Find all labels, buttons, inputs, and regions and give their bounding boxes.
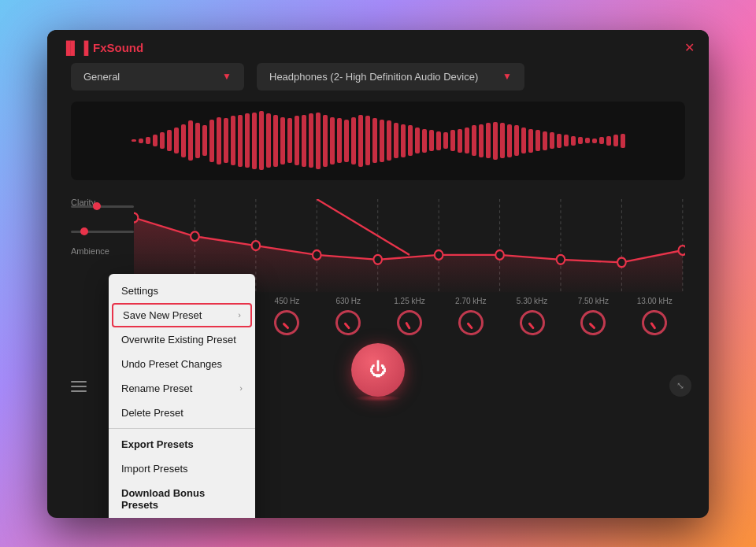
visualizer-bar [153, 135, 158, 146]
device-dropdown[interactable]: Headphones (2- High Definition Audio Dev… [257, 63, 524, 91]
visualizer-bar [132, 139, 136, 142]
visualizer-bar [465, 128, 469, 154]
menu-item-label: Save New Preset [123, 309, 202, 321]
eq-freq-label: 2.70 kHz [440, 297, 502, 305]
power-button[interactable]: ⏻ [351, 343, 405, 397]
visualizer-bar [528, 129, 533, 153]
menu-item-arrow: › [239, 383, 243, 393]
visualizer-bar [209, 120, 214, 162]
logo-text: FxSound [93, 41, 143, 54]
menu-item-label: Export Presets [121, 438, 194, 450]
visualizer-bar [458, 129, 462, 153]
visualizer-bar [266, 113, 271, 168]
resize-button[interactable]: ⤡ [669, 375, 691, 397]
clarity-thumb [93, 202, 101, 210]
preset-dropdown-value: General [83, 71, 120, 83]
visualizer-bar [557, 134, 561, 148]
menu-item[interactable]: Settings [109, 279, 255, 303]
visualizer-bar [599, 137, 604, 145]
close-button[interactable]: ✕ [684, 42, 695, 54]
visualizer-bar [380, 120, 384, 162]
app-window: ▐▌▐ FxSound ✕ General ▼ Headphones (2- H… [47, 30, 709, 518]
ambience-slider[interactable] [71, 231, 134, 233]
visualizer-bar [280, 117, 285, 164]
eq-knob[interactable] [641, 309, 669, 336]
preset-dropdown-arrow: ▼ [222, 71, 232, 82]
visualizer-bar [429, 130, 434, 150]
visualizer-bar [394, 123, 398, 159]
visualizer-bar [188, 120, 193, 160]
visualizer-bar [351, 117, 356, 164]
visualizer-bar [259, 111, 264, 169]
power-icon: ⏻ [369, 361, 387, 379]
visualizer-bar [514, 125, 519, 155]
svg-point-12 [252, 241, 261, 250]
visualizer-bar [309, 113, 313, 168]
visualizer-bar [479, 124, 484, 157]
visualizer-bar [217, 117, 221, 164]
menu-item-label: Download Bonus Presets [121, 487, 243, 511]
logo-icon: ▐▌▐ [61, 41, 88, 55]
svg-point-18 [617, 257, 626, 267]
svg-point-11 [191, 231, 199, 241]
eq-knob[interactable] [334, 308, 363, 337]
clarity-slider[interactable] [71, 205, 134, 208]
visualizer-bar [195, 123, 200, 159]
visualizer-bar [450, 130, 455, 150]
visualizer-bar [358, 115, 363, 167]
menu-item-label: Rename Preset [121, 383, 192, 394]
menu-line-2 [71, 386, 87, 387]
visualizer-bar [273, 115, 278, 167]
preset-dropdown[interactable]: General ▼ [71, 63, 244, 91]
menu-item[interactable]: Delete Preset [109, 401, 255, 425]
visualizer-bar [564, 135, 569, 146]
menu-item[interactable]: Save New Preset› [112, 303, 252, 327]
visualizer-bar [443, 132, 448, 150]
visualizer-bar [139, 139, 143, 143]
knob-wrap [624, 310, 685, 335]
visualizer-bar [295, 116, 299, 164]
eq-knob[interactable] [397, 310, 422, 335]
visualizer-bar [543, 131, 547, 150]
visualizer-bar [146, 137, 150, 145]
eq-freq-label: 630 Hz [317, 297, 379, 305]
svg-point-13 [313, 250, 321, 260]
eq-knob[interactable] [517, 308, 547, 337]
menu-item[interactable]: Overwrite Existing Preset [109, 327, 255, 352]
visualizer-bar [578, 137, 583, 145]
knob-wrap [317, 310, 379, 335]
svg-point-10 [134, 213, 138, 222]
menu-item-arrow: › [238, 310, 241, 320]
menu-item[interactable]: Download Bonus Presets [109, 481, 255, 517]
visualizer-bar [344, 120, 349, 162]
visualizer-bar [337, 118, 342, 164]
menu-item[interactable]: Undo Preset Changes [109, 352, 255, 376]
ambience-label: Ambience [71, 246, 109, 256]
eq-freq-label: 5.30 kHz [502, 297, 563, 305]
knob-wrap [257, 310, 318, 335]
eq-knob[interactable] [272, 307, 302, 338]
visualizer-bar [224, 118, 228, 164]
eq-knob[interactable] [578, 307, 609, 338]
visualizer-bar [252, 113, 257, 169]
visualizer-bar [330, 117, 335, 164]
knob-wrap [379, 310, 440, 335]
menu-item[interactable]: Export Presets [109, 432, 255, 456]
visualizer-bar [372, 118, 377, 164]
visualizer-bar [571, 136, 576, 146]
menu-item-label: Delete Preset [121, 407, 183, 419]
visualizer-bar [507, 124, 512, 157]
menu-item[interactable]: Rename Preset› [109, 376, 255, 401]
device-dropdown-arrow: ▼ [502, 71, 512, 82]
menu-button[interactable] [71, 381, 87, 392]
menu-item-label: Overwrite Existing Preset [121, 334, 236, 346]
visualizer-bar [521, 128, 526, 154]
visualizer [71, 102, 685, 180]
menu-item[interactable]: Import Presets [109, 456, 255, 481]
visualizer-bar [585, 138, 590, 143]
visualizer-bar [287, 118, 292, 164]
visualizer-bar [231, 116, 235, 164]
eq-knob[interactable] [456, 308, 485, 337]
visualizer-bar [167, 130, 172, 150]
resize-icon: ⤡ [676, 380, 684, 391]
